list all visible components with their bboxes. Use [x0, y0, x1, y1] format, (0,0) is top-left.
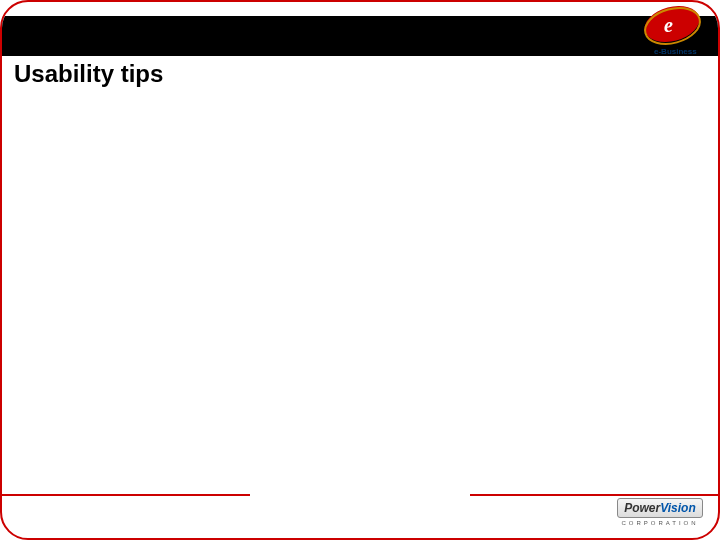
ebusiness-logo: e e-Business [634, 4, 712, 58]
title-blackbar [2, 16, 718, 56]
slide-frame: e e-Business Usability tips PowerVision … [0, 0, 720, 540]
powervision-logo: PowerVision CORPORATION [610, 498, 710, 532]
footer-divider-gap [250, 492, 470, 498]
ebusiness-logo-svg: e e-Business [634, 4, 712, 58]
ebusiness-label: e-Business [654, 47, 697, 56]
ebusiness-mark-letter: e [664, 14, 673, 36]
powervision-word2: Vision [660, 501, 696, 515]
powervision-word1: Power [624, 501, 660, 515]
slide-title: Usability tips [14, 60, 163, 88]
powervision-subline: CORPORATION [610, 520, 710, 526]
powervision-wordmark: PowerVision [617, 498, 703, 518]
